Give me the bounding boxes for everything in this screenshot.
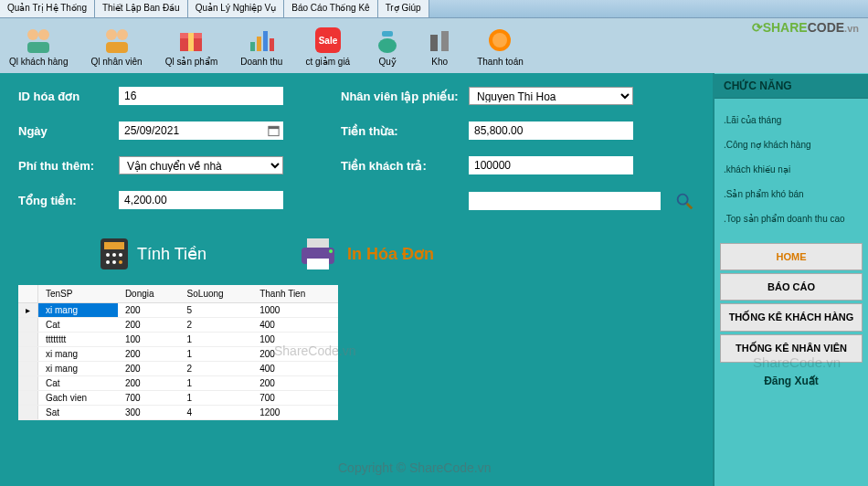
logout-button[interactable]: Đăng Xuất (715, 365, 868, 396)
toolbar-box[interactable]: Ql sản phẩm (165, 26, 218, 67)
sidebar-item[interactable]: .khách khiếu nại (722, 157, 861, 182)
menu-item[interactable]: Thiết Lập Ban Đầu (95, 0, 188, 17)
id-input[interactable] (119, 87, 283, 105)
employee-select[interactable]: Nguyen Thi Hoa (469, 87, 633, 105)
toolbar: Ql khách hàngQl nhân viênQl sản phẩmDoan… (0, 18, 868, 73)
svg-point-1 (38, 29, 49, 40)
menu-item[interactable]: Quản Lý Nghiệp Vụ (188, 0, 285, 17)
svg-point-32 (119, 260, 122, 264)
copyright-text: Copyright © ShareCode.vn (338, 460, 492, 475)
sidebar-button[interactable]: THỐNG KÊ KHÁCH HÀNG (720, 303, 863, 332)
menu-item[interactable]: Quản Trị Hệ Thống (0, 0, 95, 17)
search-icon[interactable] (674, 191, 694, 211)
svg-point-27 (106, 253, 110, 257)
sidebar: CHỨC NĂNG .Lãi của tháng.Công nợ khách h… (713, 73, 868, 486)
svg-rect-2 (27, 42, 49, 53)
svg-line-24 (687, 204, 693, 209)
svg-point-20 (492, 33, 507, 48)
content-area: ID hóa đơn Ngày Phí thu thêm: Vận chuyển… (0, 73, 713, 486)
menu-item[interactable]: Trợ Giúp (378, 0, 429, 17)
svg-rect-12 (270, 38, 274, 51)
sidebar-item[interactable]: .Sản phẩm khó bán (722, 182, 861, 206)
svg-text:Sale: Sale (318, 36, 337, 46)
svg-rect-22 (269, 126, 279, 129)
sidebar-item[interactable]: .Công nợ khách hàng (722, 132, 861, 157)
sidebar-item[interactable]: .Top sản phẩm doanh thu cao (722, 206, 861, 231)
toolbar-fund[interactable]: Quỹ (373, 26, 402, 67)
table-row[interactable]: xi mang2001200 (18, 347, 338, 362)
svg-rect-26 (104, 242, 124, 249)
paid-label: Tiền khách trả: (341, 159, 469, 173)
svg-rect-35 (307, 259, 329, 269)
toolbar-payment[interactable]: Thanh toán (477, 26, 524, 67)
total-input[interactable] (119, 191, 283, 209)
paid-input[interactable] (469, 156, 633, 174)
toolbar-sale[interactable]: Salect giảm giá (305, 26, 350, 67)
toolbar-chart[interactable]: Doanh thu (240, 26, 282, 67)
toolbar-users[interactable]: Ql khách hàng (9, 26, 69, 67)
menubar: Quản Trị Hệ ThốngThiết Lập Ban ĐầuQuản L… (0, 0, 868, 18)
table-row[interactable]: tttttttt1001100 (18, 333, 338, 347)
svg-point-31 (112, 260, 116, 264)
search-input[interactable] (469, 192, 661, 210)
date-label: Ngày (18, 124, 119, 138)
svg-point-4 (117, 29, 128, 40)
svg-rect-8 (188, 33, 194, 51)
employee-label: Nhân viên lập phiếu: (341, 90, 469, 103)
svg-rect-18 (441, 31, 449, 51)
data-table[interactable]: TenSPDongiaSoLuongThanh Tien▸xi mang2005… (18, 285, 338, 420)
date-input[interactable] (119, 122, 283, 140)
logo: ⟳SHARECODE.vn (752, 20, 859, 35)
svg-point-30 (106, 260, 110, 264)
calc-button[interactable]: Tính Tiền (101, 238, 206, 269)
table-row[interactable]: xi mang2002400 (18, 362, 338, 376)
svg-rect-5 (106, 42, 128, 53)
print-button[interactable]: In Hóa Đơn (298, 237, 434, 271)
toolbar-users2[interactable]: Ql nhân viên (91, 26, 143, 67)
fee-select[interactable]: Vận chuyển về nhà (119, 156, 283, 174)
svg-point-29 (119, 253, 122, 257)
logo-circle: ⟳ (752, 20, 763, 35)
sidebar-button[interactable]: BÁO CÁO (720, 273, 863, 301)
svg-rect-9 (250, 42, 255, 51)
svg-rect-11 (263, 31, 268, 51)
sidebar-button[interactable]: HOME (720, 243, 863, 270)
svg-point-3 (106, 29, 117, 40)
table-row[interactable]: ▸xi mang20051000 (18, 303, 338, 318)
svg-point-23 (678, 195, 688, 205)
svg-rect-16 (382, 31, 393, 37)
fee-label: Phí thu thêm: (18, 159, 119, 173)
svg-point-15 (378, 38, 397, 53)
calendar-icon[interactable] (267, 123, 281, 138)
sidebar-button[interactable]: THỐNG KÊ NHÂN VIÊN (720, 334, 863, 363)
sidebar-header: CHỨC NĂNG (715, 73, 868, 99)
table-row[interactable]: Sat30041200 (18, 406, 338, 420)
calculator-icon (101, 238, 128, 269)
svg-point-36 (329, 249, 333, 253)
table-row[interactable]: Cat2002400 (18, 318, 338, 333)
svg-rect-17 (430, 35, 438, 51)
menu-item[interactable]: Báo Cáo Thống Kê (284, 0, 377, 17)
svg-rect-33 (307, 238, 329, 248)
toolbar-warehouse[interactable]: Kho (425, 26, 454, 67)
sidebar-item[interactable]: .Lãi của tháng (722, 108, 861, 132)
change-input[interactable] (469, 122, 633, 140)
table-row[interactable]: Gach vien7001700 (18, 391, 338, 406)
svg-point-0 (27, 29, 38, 40)
svg-rect-10 (257, 37, 261, 51)
id-label: ID hóa đơn (18, 90, 119, 103)
change-label: Tiền thừa: (341, 124, 469, 138)
printer-icon (298, 237, 338, 271)
table-row[interactable]: Cat2001200 (18, 376, 338, 391)
svg-point-28 (112, 253, 116, 257)
total-label: Tổng tiền: (18, 194, 119, 207)
